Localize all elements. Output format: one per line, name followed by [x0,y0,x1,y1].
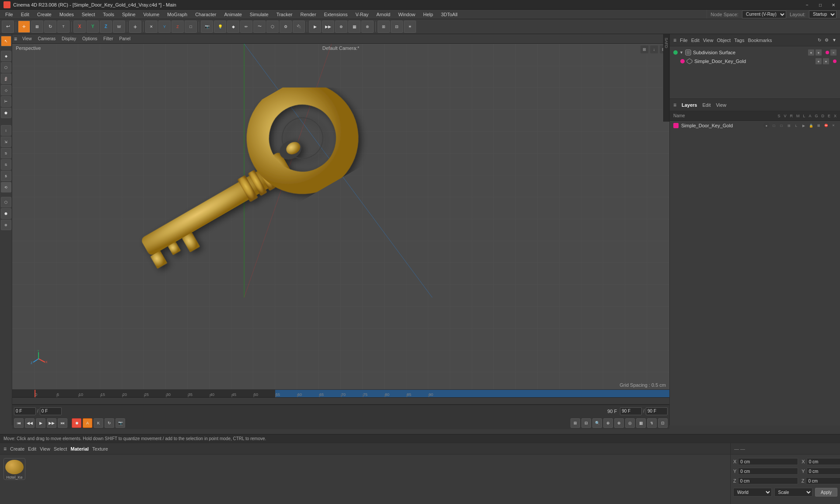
tool-obj-z[interactable]: Z [172,21,184,33]
mat-tab-edit[interactable]: Edit [28,446,36,452]
transport-cam[interactable]: 📷 [116,418,125,428]
timeline-track[interactable] [12,398,669,405]
vp-icon-expand[interactable]: ⊞ [640,46,648,53]
menu-character[interactable]: Character [192,11,220,18]
tool-axis-x[interactable]: X [74,21,86,33]
lsb-l9[interactable]: ⊛ [1,220,11,230]
transport-record[interactable]: ⏺ [72,418,81,428]
layers-tab-layers[interactable]: Layers [682,102,697,108]
tool-plugins[interactable]: 🔌 [293,21,305,33]
menu-help[interactable]: Help [420,11,437,18]
menu-simulate[interactable]: Simulate [246,11,272,18]
transport-start[interactable]: ⏮ [14,418,24,428]
key-toggle-more[interactable] [833,60,836,63]
tool-transform[interactable]: T [57,21,70,33]
tl-extra-8[interactable]: ↯ [647,418,657,428]
key-toggle-vis[interactable]: ● [816,58,822,64]
tool-rotate[interactable]: ↻ [44,21,56,33]
tool-grid[interactable]: ⊟ [391,21,403,33]
layer-v-toggle[interactable]: □ [771,122,777,129]
minimize-button[interactable]: − [801,0,814,10]
tool-axis-world[interactable]: W [113,21,125,33]
lsb-object[interactable]: ◇ [1,85,11,95]
menu-arnold[interactable]: Arnold [373,11,394,18]
tool-obj-x[interactable]: ✕ [145,21,158,33]
mat-tab-view[interactable]: View [40,446,50,452]
vs-cameras[interactable]: Cameras [35,35,59,43]
lsb-l3[interactable]: S [1,148,11,158]
menu-window[interactable]: Window [395,11,419,18]
mat-tab-material[interactable]: Material [70,446,89,452]
right-tab-1[interactable]: SAFD [664,36,668,50]
lsb-edge[interactable]: ⊢ [1,96,11,107]
tool-snap[interactable]: ⊞ [378,21,390,33]
tl-extra-7[interactable]: ▦ [636,418,646,428]
layer-m-toggle[interactable]: ⊞ [786,122,792,129]
frame-current-input[interactable] [14,407,36,415]
menu-edit[interactable]: Edit [18,11,33,18]
lsb-select[interactable]: ↖ [1,36,11,46]
lsb-polygon[interactable]: ⬟ [1,108,11,118]
coord-x-rot[interactable] [807,458,840,465]
tool-settings[interactable]: ⚙ [280,21,292,33]
tool-polygon[interactable]: ⬡ [266,21,279,33]
layout-select[interactable]: Startup [809,10,836,18]
obj-tab-edit[interactable]: Edit [691,38,700,43]
menu-modes[interactable]: Modes [56,11,77,18]
layer-l-toggle[interactable]: L [793,122,799,129]
layer-r-toggle[interactable]: □ [778,122,784,129]
apply-button[interactable]: Apply [815,488,837,497]
tool-obj[interactable]: ◆ [227,21,239,33]
menu-spline[interactable]: Spline [119,11,139,18]
layers-tab-edit[interactable]: Edit [703,102,711,108]
tool-undo[interactable]: ↩ [2,21,14,33]
obj-tab-file[interactable]: File [680,38,688,43]
vs-panel[interactable]: Panel [117,35,133,43]
material-hotel-ke[interactable]: Hotel_Ke [4,458,25,480]
lsb-texture[interactable]: ⬡ [1,62,11,73]
transport-prev-frame[interactable]: ◀◀ [25,418,35,428]
menu-select[interactable]: Select [78,11,99,18]
coord-x-pos[interactable]: 0 cm [738,458,798,465]
obj-row-subdivision[interactable]: ▼ Subdivision Surface ● ● ≡ [670,48,840,57]
obj-tab-bookmarks[interactable]: Bookmarks [748,38,772,43]
menu-render[interactable]: Render [297,11,320,18]
layers-tab-view[interactable]: View [716,102,726,108]
obj-toggle-extra[interactable]: ≡ [830,49,836,56]
menu-tracker[interactable]: Tracker [273,11,296,18]
obj-toggle-more[interactable] [826,51,829,54]
tool-render-extra[interactable]: ⊗ [361,21,374,33]
key-toggle-render[interactable]: ● [823,58,829,64]
tl-extra-6[interactable]: ◎ [625,418,635,428]
lsb-l7[interactable]: ⬡ [1,197,11,207]
tl-extra-4[interactable]: ⊕ [603,418,613,428]
tl-extra-9[interactable]: ⊡ [658,418,668,428]
frame-end-input[interactable] [620,407,642,415]
lsb-l5[interactable]: $ [1,171,11,181]
tool-render-more[interactable]: ▦ [348,21,360,33]
obj-icon-2[interactable]: ⚙ [825,38,829,42]
mat-tab-select[interactable]: Select [54,446,67,452]
obj-toggle-vis[interactable]: ● [808,49,814,56]
nodespace-select[interactable]: Current (V-Ray) [742,10,786,18]
viewport-area[interactable]: Perspective Default Camera:* Grid Spacin… [12,44,669,389]
tool-pencil[interactable]: ✏ [240,21,252,33]
tool-render[interactable]: ▶ [309,21,321,33]
menu-vray[interactable]: V-Ray [352,11,372,18]
transport-next-frame[interactable]: ▶▶ [47,418,56,428]
coord-z-rot[interactable] [806,477,840,484]
coords-world-select[interactable]: World [733,488,772,497]
menu-extensions[interactable]: Extensions [321,11,351,18]
tool-add[interactable]: + [129,21,141,33]
tool-render-preview[interactable]: □ [185,21,197,33]
lsb-l1[interactable]: ↕ [1,125,11,136]
menu-animate[interactable]: Animate [220,11,245,18]
tl-extra-5[interactable]: ⊗ [614,418,624,428]
tool-render-full[interactable]: ⊕ [335,21,347,33]
lsb-sculpt[interactable]: 🗿 [1,74,11,84]
vp-icon-download[interactable]: ↓ [650,46,658,53]
coord-y-pos[interactable] [738,468,798,475]
layer-s-toggle[interactable]: ● [763,122,770,129]
lsb-model[interactable]: ◆ [1,51,11,61]
lsb-l4[interactable]: S [1,159,11,170]
